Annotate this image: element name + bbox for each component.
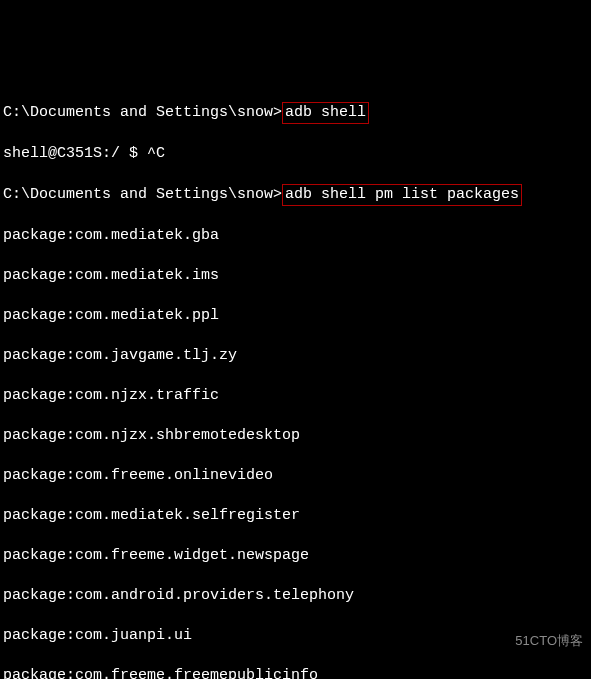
command-1: adb shell (282, 102, 369, 124)
command-2: adb shell pm list packages (282, 184, 522, 206)
package-line: package:com.mediatek.gba (3, 226, 588, 246)
package-line: package:com.njzx.shbremotedesktop (3, 426, 588, 446)
prompt-prefix: C:\Documents and Settings\snow> (3, 186, 282, 203)
package-line: package:com.njzx.traffic (3, 386, 588, 406)
terminal-output: C:\Documents and Settings\snow>adb shell… (0, 80, 591, 679)
package-line: package:com.javgame.tlj.zy (3, 346, 588, 366)
package-line: package:com.freeme.onlinevideo (3, 466, 588, 486)
package-line: package:com.freeme.freemepublicinfo (3, 666, 588, 679)
package-line: package:com.mediatek.ppl (3, 306, 588, 326)
prompt-line-2: C:\Documents and Settings\snow>adb shell… (3, 184, 588, 206)
prompt-line-1: C:\Documents and Settings\snow>adb shell (3, 102, 588, 124)
prompt-prefix: C:\Documents and Settings\snow> (3, 104, 282, 121)
package-line: package:com.android.providers.telephony (3, 586, 588, 606)
package-line: package:com.freeme.widget.newspage (3, 546, 588, 566)
package-line: package:com.mediatek.ims (3, 266, 588, 286)
package-line: package:com.juanpi.ui (3, 626, 588, 646)
shell-prompt-line: shell@C351S:/ $ ^C (3, 144, 588, 164)
watermark-label: 51CTO博客 (515, 631, 583, 651)
package-line: package:com.mediatek.selfregister (3, 506, 588, 526)
